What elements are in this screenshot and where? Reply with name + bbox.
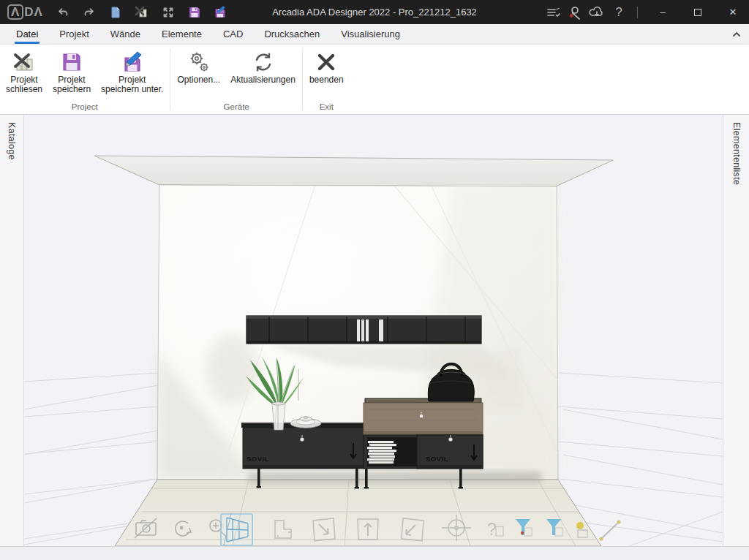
gears-icon — [187, 50, 211, 75]
button-label: speichern unter. — [101, 85, 163, 94]
button-label: speichern — [53, 85, 91, 94]
minimize-button[interactable]: – — [647, 0, 679, 24]
brand-text-left: SOVIL — [246, 455, 269, 463]
maximize-button[interactable] — [682, 0, 714, 24]
options-button[interactable]: Optionen... — [172, 48, 225, 86]
ribbon-panel: Projektschliesen Projektspeichern — [0, 45, 749, 115]
maximize-icon — [694, 9, 701, 16]
tab-drucksachen[interactable]: Drucksachen — [257, 24, 327, 44]
ribbon-group-project: Projektschliesen Projektspeichern — [1, 45, 168, 114]
new-document-icon[interactable] — [106, 3, 125, 22]
tab-projekt[interactable]: Projekt — [52, 24, 96, 44]
save-project-as-icon — [120, 50, 145, 75]
wall-cabinet — [246, 316, 481, 344]
save-icon[interactable] — [185, 3, 204, 22]
save-project-icon — [61, 50, 83, 75]
svg-text:?: ? — [487, 520, 497, 539]
app-window: Λ DΛ — [0, 0, 749, 560]
close-project-small-icon[interactable] — [132, 3, 151, 22]
undo-icon[interactable] — [53, 3, 72, 22]
logo-glyph-boxed: Λ — [7, 4, 23, 20]
collapse-ribbon-button[interactable] — [731, 24, 742, 44]
close-x-icon — [315, 50, 337, 75]
button-label: schliesen — [6, 85, 42, 94]
panel-elementenliste-label: Elementenliste — [731, 115, 742, 546]
close-project-icon — [12, 50, 36, 75]
titlebar-separator — [637, 7, 638, 18]
tab-elemente[interactable]: Elemente — [154, 24, 209, 44]
sideboard-left-unit: SOVIL — [241, 423, 364, 469]
button-label: Optionen... — [177, 75, 220, 85]
panel-kataloge-label: Kataloge — [7, 115, 17, 546]
vase — [272, 402, 285, 430]
titlebar: Λ DΛ — [0, 0, 749, 24]
quit-button[interactable]: beenden — [304, 48, 349, 86]
task-list-icon[interactable] — [543, 3, 562, 22]
panel-elementenliste[interactable]: Elementenliste — [723, 115, 749, 546]
button-label: beenden — [309, 75, 344, 85]
tab-datei[interactable]: Datei — [9, 24, 45, 44]
ribbon-group-exit: beenden Exit — [304, 45, 349, 114]
group-label-geraete: Geräte — [172, 102, 300, 114]
ribbon-group-geraete: Optionen... Aktualisierungen Geräte — [172, 45, 300, 114]
user-account-icon[interactable] — [565, 3, 584, 22]
save-as-icon[interactable] — [211, 3, 230, 22]
group-label-project: Project — [1, 102, 168, 114]
cloud-download-icon[interactable] — [587, 3, 606, 22]
ribbon-group-divider — [302, 48, 303, 110]
ribbon-group-divider — [170, 48, 170, 110]
logo-glyph-rest: DΛ — [24, 5, 43, 20]
app-logo: Λ DΛ — [7, 4, 43, 20]
fullscreen-icon[interactable] — [159, 3, 178, 22]
project-close-button[interactable]: Projektschliesen — [1, 48, 48, 96]
tab-visualisierung[interactable]: Visualisierung — [334, 24, 407, 44]
brand-text-right: SOVIL — [426, 455, 448, 463]
view-tool-perspective-active[interactable] — [221, 513, 252, 545]
tab-waende[interactable]: Wände — [103, 24, 148, 44]
tab-cad[interactable]: CAD — [216, 24, 250, 44]
redo-icon[interactable] — [80, 3, 99, 22]
sideboard-right-unit: SOVIL — [364, 398, 483, 469]
button-label: Aktualisierungen — [230, 75, 296, 85]
group-label-exit: Exit — [304, 102, 349, 114]
ribbon-tab-bar: Datei Projekt Wände Elemente CAD Drucksa… — [0, 24, 749, 45]
chevron-up-icon — [731, 31, 742, 38]
viewport-3d[interactable]: SOVIL — [24, 115, 723, 546]
project-save-as-button[interactable]: Projektspeichern unter. — [96, 48, 168, 96]
refresh-icon — [252, 50, 275, 75]
project-save-button[interactable]: Projektspeichern — [48, 48, 96, 96]
ceiling — [94, 156, 613, 186]
updates-button[interactable]: Aktualisierungen — [225, 48, 301, 86]
statusbar — [0, 546, 749, 560]
close-button[interactable]: ✕ — [717, 0, 749, 24]
panel-kataloge[interactable]: Kataloge — [0, 115, 24, 546]
help-icon[interactable]: ? — [609, 3, 628, 22]
